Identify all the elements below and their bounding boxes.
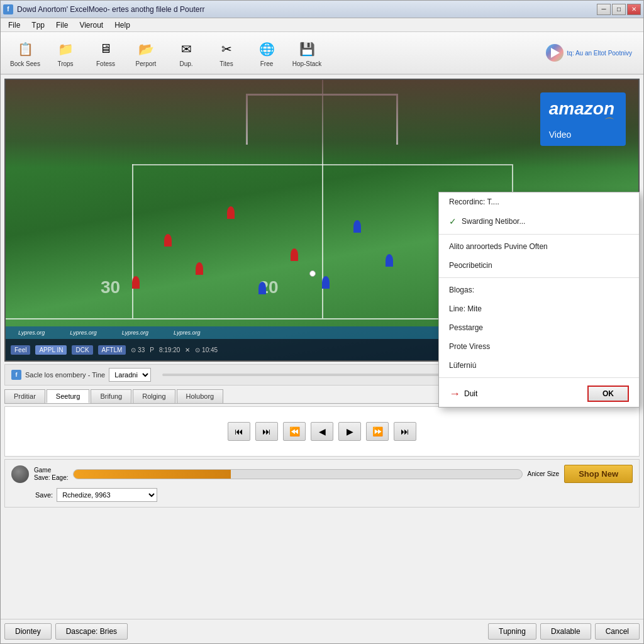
save-dropdown[interactable]: Rchedize, 9963 xyxy=(57,488,157,502)
tab-rolging[interactable]: Rolging xyxy=(133,389,175,403)
fotess-icon: 🖥 xyxy=(96,39,116,59)
dp-item-pesstarge[interactable]: Pesstarge xyxy=(439,318,639,337)
tool-trops-label: Trops xyxy=(57,60,73,67)
dp-item-alito[interactable]: Alito anroorteds Puvine Often xyxy=(439,237,639,256)
transport-play[interactable]: ▶ xyxy=(338,422,361,441)
footer-tupning-button[interactable]: Tupning xyxy=(488,623,536,640)
tab-brifung[interactable]: Brifung xyxy=(91,389,131,403)
sponsor-4: Lypres.org xyxy=(174,330,200,336)
progress-track[interactable] xyxy=(73,469,522,479)
tool-hopstack[interactable]: 💾 Hop-Stack xyxy=(287,35,326,71)
progress-fill xyxy=(74,470,230,479)
footer-spacer xyxy=(131,623,484,640)
tool-fotess[interactable]: 🖥 Fotess xyxy=(86,35,125,71)
play-store-area[interactable]: tq: Au an Eltot Pootnivy xyxy=(546,44,632,62)
vob-aftlm: AFTLM xyxy=(98,345,126,355)
dropdown-panel: Recordinc: T.... ✓ Swarding Netibor... A… xyxy=(438,192,640,408)
footer-diontey-button[interactable]: Diontey xyxy=(4,623,52,640)
sponsor-3: Lypres.org xyxy=(122,330,148,336)
tool-tites[interactable]: ✂ Tites xyxy=(207,35,246,71)
vob-extra: ⊙ 10:45 xyxy=(195,347,218,353)
dp-arrow-icon: → xyxy=(449,387,460,401)
transport-prev-frame[interactable]: ⏭ xyxy=(255,422,278,441)
footer-dxalable-button[interactable]: Dxalable xyxy=(540,623,591,640)
window-controls: ─ □ ✕ xyxy=(597,4,641,15)
menu-file2[interactable]: File xyxy=(51,19,73,31)
dp-swarding-text: Swarding Netibor... xyxy=(462,217,525,226)
maximize-button[interactable]: □ xyxy=(612,4,626,15)
dp-peo-text: Peocribeticin xyxy=(449,261,492,270)
window-title: Dowd Anortom' ExcelMoeo- ertes anothg fi… xyxy=(17,5,204,14)
dp-ok-button[interactable]: OK xyxy=(587,386,629,402)
footer-cancel-button[interactable]: Cancel xyxy=(595,623,640,640)
sponsor-2: Lypres.org xyxy=(70,330,96,336)
app-icon: f xyxy=(3,4,13,14)
close-button[interactable]: ✕ xyxy=(627,4,641,15)
tool-perport[interactable]: 📂 Perport xyxy=(126,35,165,71)
dp-item-peo[interactable]: Peocribeticin xyxy=(439,256,639,275)
transport-to-start[interactable]: ⏮ xyxy=(228,422,250,441)
player-blue-4 xyxy=(258,282,266,294)
toolbar: 📋 Bock Sees 📁 Trops 🖥 Fotess 📂 Perport ✉… xyxy=(1,32,643,75)
player-red-5 xyxy=(132,276,140,289)
player-red-3 xyxy=(291,248,298,261)
menu-vierout[interactable]: Vierout xyxy=(74,19,108,31)
player-red-4 xyxy=(196,262,203,275)
menu-tpp[interactable]: Tpp xyxy=(26,19,50,31)
dp-prote-text: Prote Viress xyxy=(449,342,490,351)
tool-hopstack-label: Hop-Stack xyxy=(292,60,322,67)
transport-to-end[interactable]: ⏭ xyxy=(394,422,416,441)
dp-blogas-text: Blogas: xyxy=(449,286,474,294)
dp-item-prote[interactable]: Prote Viress xyxy=(439,337,639,356)
tab-seeturg[interactable]: Seeturg xyxy=(47,389,90,403)
controls-text: Sacle los enombery - Tine xyxy=(25,371,105,379)
tool-free[interactable]: 🌐 Free xyxy=(247,35,286,71)
tool-dup[interactable]: ✉ Dup. xyxy=(167,35,206,71)
game-label: Game xyxy=(34,467,68,474)
save-eage-label: Save: Eage: xyxy=(34,474,68,481)
play-store-text: tq: Au an Eltot Pootnivy xyxy=(567,49,632,57)
dp-item-luferniu[interactable]: Lüferniú xyxy=(439,356,639,375)
dp-duit-label: Duit xyxy=(464,389,477,398)
game-labels: Game Save: Eage: xyxy=(34,467,68,481)
dp-luferniu-text: Lüferniú xyxy=(449,361,476,370)
tool-fotess-label: Fotess xyxy=(96,60,115,67)
menu-bar: File Tpp File Vierout Help xyxy=(1,18,643,32)
transport-fast-forward[interactable]: ⏩ xyxy=(366,422,389,441)
controls-dropdown[interactable]: Laradni xyxy=(109,368,151,382)
progress-row: Game Save: Eage: Anicer Size Shop New xyxy=(11,465,633,483)
title-bar: f Dowd Anortom' ExcelMoeo- ertes anothg … xyxy=(1,1,643,18)
vob-feel: Feel xyxy=(11,345,30,355)
tab-holuborg[interactable]: Holuborg xyxy=(177,389,224,403)
menu-help[interactable]: Help xyxy=(109,19,135,31)
dp-recording-text: Recordinc: T.... xyxy=(449,197,499,206)
transport-play-back[interactable]: ◀ xyxy=(311,422,333,441)
main-area: 30 20 40 xyxy=(1,75,643,619)
footer-dascape-button[interactable]: Dascape: Bries xyxy=(55,623,128,640)
menu-file1[interactable]: File xyxy=(3,19,25,31)
player-blue-1 xyxy=(353,220,361,233)
dp-item-line[interactable]: Line: Mite xyxy=(439,299,639,318)
dp-item-swarding[interactable]: ✓ Swarding Netibor... xyxy=(439,211,639,231)
shop-new-button[interactable]: Shop New xyxy=(564,465,633,483)
minimize-button[interactable]: ─ xyxy=(597,4,611,15)
dp-pesstarge-text: Pesstarge xyxy=(449,323,483,332)
dp-separator-2 xyxy=(439,277,639,278)
anicer-size-label: Anicer Size xyxy=(528,470,560,477)
vob-x: ✕ xyxy=(185,347,190,353)
transport-rewind[interactable]: ⏪ xyxy=(283,422,306,441)
vob-p: P xyxy=(150,347,154,353)
play-store-icon xyxy=(546,44,564,62)
tool-free-label: Free xyxy=(260,60,274,67)
save-row: Save: Rchedize, 9963 xyxy=(11,488,633,502)
bock-sees-icon: 📋 xyxy=(15,39,35,59)
dp-item-blogas[interactable]: Blogas: xyxy=(439,280,639,299)
tab-prditiar[interactable]: Prditiar xyxy=(4,389,45,403)
dp-item-recording[interactable]: Recordinc: T.... xyxy=(439,192,639,211)
hopstack-icon: 💾 xyxy=(297,39,317,59)
dup-icon: ✉ xyxy=(176,39,196,59)
tool-bock-sees-label: Bock Sees xyxy=(10,60,40,67)
tool-bock-sees[interactable]: 📋 Bock Sees xyxy=(6,35,45,71)
tool-trops[interactable]: 📁 Trops xyxy=(46,35,85,71)
free-icon: 🌐 xyxy=(257,39,277,59)
